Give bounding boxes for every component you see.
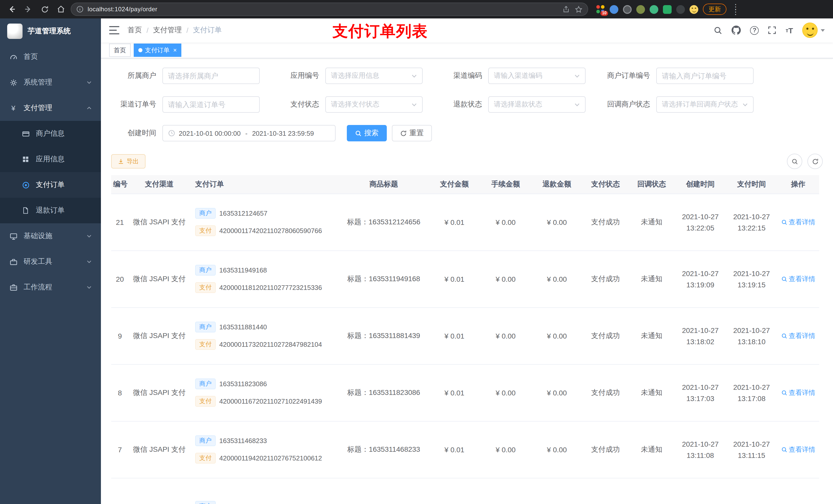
user-menu[interactable] xyxy=(802,23,825,38)
breadcrumb-payment[interactable]: 支付管理 xyxy=(153,26,182,35)
hamburger-icon[interactable] xyxy=(109,26,119,34)
forward-icon[interactable] xyxy=(22,3,35,16)
reset-button[interactable]: 重置 xyxy=(392,125,432,142)
site-info-icon[interactable] xyxy=(76,6,84,13)
sidebar-item-label: 系统管理 xyxy=(24,78,52,87)
table-row: 9 微信 JSAPI 支付 商户1635311881440 支付42000011… xyxy=(111,308,819,364)
app-shell: 芋道管理系统 首页 系统管理 xyxy=(0,19,833,504)
extension-ring-icon[interactable] xyxy=(623,5,632,14)
browser-menu-icon[interactable]: ⋮⋮ xyxy=(731,4,740,14)
sidebar-item-infra[interactable]: 基础设施 xyxy=(0,223,101,249)
cell-amount: ¥ 0.01 xyxy=(429,364,480,421)
export-button[interactable]: 导出 xyxy=(111,154,145,169)
extension-colordots-icon[interactable]: 10 xyxy=(596,5,605,14)
tab-home[interactable]: 首页 xyxy=(109,44,130,57)
filter-channel-code: 渠道编码 请输入渠道编码 xyxy=(437,68,586,84)
cell-refund: ¥ 0.00 xyxy=(531,194,582,251)
filter-label: 退款状态 xyxy=(437,100,488,110)
channel-code-select[interactable]: 请输入渠道编码 xyxy=(488,68,586,84)
cell-notify: 未通知 xyxy=(628,421,675,478)
close-icon[interactable]: × xyxy=(173,47,177,53)
sidebar-item-system[interactable]: 系统管理 xyxy=(0,70,101,95)
screen: localhost:1024/pay/order 10 更新 xyxy=(0,0,833,504)
col-refund: 退款金额 xyxy=(531,175,582,194)
docs-question-icon[interactable]: ? xyxy=(750,26,759,35)
sidebar-item-app-info[interactable]: 应用信息 xyxy=(0,146,101,172)
sidebar-item-devtools[interactable]: 研发工具 xyxy=(0,249,101,274)
cell-actions: 查看详情 xyxy=(777,364,819,421)
view-detail-link[interactable]: 查看详情 xyxy=(781,331,815,341)
address-bar[interactable]: localhost:1024/pay/order xyxy=(71,3,588,16)
extension-blue-icon[interactable] xyxy=(610,5,618,14)
cell-id: 8 xyxy=(111,364,128,421)
avatar[interactable] xyxy=(802,23,818,38)
sidebar-item-merchant-info[interactable]: 商户信息 xyxy=(0,121,101,146)
search-icon[interactable] xyxy=(714,26,722,35)
cell-id: 21 xyxy=(111,194,128,251)
extension-olive-icon[interactable] xyxy=(636,5,645,14)
cell-refund: ¥ 0.00 xyxy=(531,421,582,478)
channel-order-no-input[interactable] xyxy=(162,97,260,113)
extension-vue-icon[interactable] xyxy=(649,5,658,14)
sidebar-item-label: 支付订单 xyxy=(36,180,65,190)
github-icon[interactable] xyxy=(732,26,741,35)
filter-label: 所属商户 xyxy=(111,71,162,81)
view-detail-link[interactable]: 查看详情 xyxy=(781,274,815,284)
chevron-down-icon xyxy=(87,285,92,290)
sidebar-item-label: 商户信息 xyxy=(36,129,65,138)
merchant-order-no: 1635311881440 xyxy=(219,323,267,331)
reload-icon[interactable] xyxy=(38,3,51,16)
extension-dark-icon[interactable] xyxy=(676,5,685,14)
date-separator: - xyxy=(244,129,248,137)
extensions-area: 10 更新 ⋮⋮ xyxy=(596,4,740,15)
table-row: 7 微信 JSAPI 支付 商户1635311468233 支付42000011… xyxy=(111,421,819,478)
cell-pay-order: 商户1635311881440 支付4200001173202110272847… xyxy=(190,308,339,364)
view-detail-link[interactable]: 查看详情 xyxy=(781,388,815,398)
browser-update-button[interactable]: 更新 xyxy=(703,4,727,15)
font-size-icon[interactable]: тT xyxy=(786,26,793,35)
pay-tag: 支付 xyxy=(195,225,216,236)
back-icon[interactable] xyxy=(5,3,19,16)
url-text[interactable]: localhost:1024/pay/order xyxy=(88,6,558,13)
cell-create-time: 2021-10-27 13:19:09 xyxy=(675,251,726,308)
cell-create-time xyxy=(675,478,726,504)
merchant-tag: 商户 xyxy=(195,379,216,389)
col-status: 支付状态 xyxy=(582,175,628,194)
view-detail-link[interactable]: 查看详情 xyxy=(781,445,815,454)
pay-status-select[interactable]: 请选择支付状态 xyxy=(325,97,423,113)
cell-fee: ¥ 0.00 xyxy=(480,364,531,421)
search-button[interactable]: 搜索 xyxy=(347,125,387,142)
cell-fee: ¥ 0.00 xyxy=(480,251,531,308)
cell-pay-time: 2021-10-27 13:22:15 xyxy=(726,194,777,251)
cell-fee xyxy=(480,478,531,504)
app-select[interactable]: 请选择应用信息 xyxy=(325,68,423,84)
refresh-icon[interactable] xyxy=(807,154,823,169)
chevron-down-icon xyxy=(87,234,92,239)
channel-pay-no: 4200001167202110271022491439 xyxy=(219,398,322,405)
notify-status-select[interactable]: 请选择订单回调商户状态 xyxy=(656,97,754,113)
extension-chat-icon[interactable] xyxy=(663,5,672,14)
filter-app: 应用编号 请选择应用信息 xyxy=(274,68,423,84)
refund-status-select[interactable]: 请选择退款状态 xyxy=(488,97,586,113)
sidebar-item-pay-order[interactable]: 支付订单 xyxy=(0,172,101,198)
sidebar-item-workflow[interactable]: 工作流程 xyxy=(0,274,101,300)
toggle-search-icon[interactable] xyxy=(787,154,802,169)
profile-avatar-icon[interactable] xyxy=(690,5,698,14)
home-icon[interactable] xyxy=(54,3,68,16)
tab-pay-order[interactable]: 支付订单 × xyxy=(134,44,181,57)
breadcrumb-home[interactable]: 首页 xyxy=(127,26,142,35)
sidebar-item-payment[interactable]: ¥ 支付管理 xyxy=(0,95,101,121)
merchant-order-no-input[interactable] xyxy=(656,68,754,84)
col-fee: 手续金额 xyxy=(480,175,531,194)
sidebar-item-home[interactable]: 首页 xyxy=(0,44,101,70)
create-time-range-picker[interactable]: 2021-10-01 00:00:00 - 2021-10-31 23:59:5… xyxy=(162,125,336,142)
sidebar-item-refund-order[interactable]: 退款订单 xyxy=(0,198,101,223)
fullscreen-icon[interactable] xyxy=(768,26,777,34)
view-detail-link[interactable]: 查看详情 xyxy=(781,218,815,227)
bookmark-star-icon[interactable] xyxy=(575,5,582,13)
cell-pay-order: 商户1635311949168 支付4200001181202110277723… xyxy=(190,251,339,308)
merchant-tag: 商户 xyxy=(195,265,216,276)
share-icon[interactable] xyxy=(563,6,570,13)
merchant-input[interactable] xyxy=(162,68,260,84)
chevron-up-icon xyxy=(87,105,92,111)
